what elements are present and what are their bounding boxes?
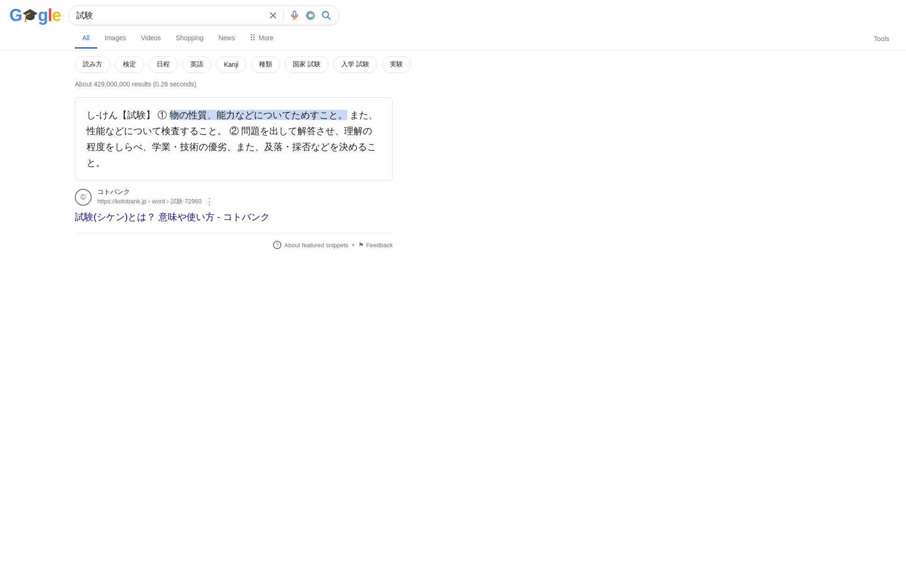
tab-all[interactable]: All [75, 29, 97, 49]
snippet-text-before: し‐けん【試験】 ① [86, 110, 170, 120]
mic-icon [289, 10, 300, 21]
tools-button[interactable]: Tools [866, 29, 897, 48]
result-title-link[interactable]: 試験(シケン)とは？ 意味や使い方 - コトバンク [75, 212, 270, 222]
clear-search-button[interactable] [268, 11, 278, 20]
tab-more[interactable]: ⠿ More [242, 27, 281, 50]
source-url-row: https://kotobank.jp › word › 試験-72960 ⋮ [97, 196, 214, 207]
more-dots-icon: ⠿ [250, 33, 256, 43]
logo-g2: g [38, 6, 48, 25]
voice-search-button[interactable] [289, 10, 300, 21]
chip-shurui[interactable]: 種類 [251, 56, 280, 73]
about-snippets-label: About featured snippets [284, 242, 348, 249]
suggestion-chips: 読み方 検定 日程 英語 Kanji 種類 国家 試験 入学 試験 実験 [0, 50, 906, 79]
tab-images[interactable]: Images [97, 29, 134, 49]
lens-icon [305, 10, 316, 21]
about-snippets[interactable]: ? About featured snippets [273, 241, 348, 249]
snippet-highlighted-text: 物の性質、能力などについてためすこと。 [170, 110, 347, 120]
results-area: About 429,000,000 results (0.26 seconds)… [0, 80, 402, 257]
source-name: コトバンク [97, 188, 214, 196]
source-row: © コトバンク https://kotobank.jp › word › 試験-… [75, 188, 393, 207]
bottom-bar: ? About featured snippets • ⚑ Feedback [75, 233, 393, 257]
google-lens-button[interactable] [305, 10, 316, 21]
logo-e: e [52, 6, 61, 25]
chip-nittei[interactable]: 日程 [149, 56, 178, 73]
chip-kentei[interactable]: 検定 [115, 56, 144, 73]
logo-l: l [48, 6, 52, 25]
chip-eigo[interactable]: 英語 [182, 56, 211, 73]
feedback-label: Feedback [366, 242, 393, 249]
tab-shopping[interactable]: Shopping [168, 29, 211, 49]
logo-g: G [9, 6, 22, 25]
tab-news[interactable]: News [211, 29, 242, 49]
header: G 🎓 g l e 試験 [0, 0, 906, 25]
svg-line-5 [328, 17, 330, 19]
feedback-button[interactable]: ⚑ Feedback [358, 241, 393, 249]
google-logo[interactable]: G 🎓 g l e [9, 6, 61, 25]
source-options-button[interactable]: ⋮ [205, 196, 214, 207]
nav-tabs: All Images Videos Shopping News ⠿ More T… [0, 27, 906, 50]
source-info: コトバンク https://kotobank.jp › word › 試験-72… [97, 188, 214, 207]
search-icon [321, 10, 331, 21]
chip-jikken[interactable]: 実験 [382, 56, 411, 73]
source-icon: © [75, 189, 92, 206]
featured-snippet: し‐けん【試験】 ① 物の性質、能力などについてためすこと。 また、性能などにつ… [75, 97, 393, 180]
chip-nyugaku-shiken[interactable]: 入学 試験 [333, 56, 377, 73]
feedback-icon: ⚑ [358, 241, 364, 249]
close-icon [268, 11, 278, 20]
results-count: About 429,000,000 results (0.26 seconds) [75, 80, 393, 88]
tab-videos[interactable]: Videos [133, 29, 168, 49]
chip-yomikata[interactable]: 読み方 [75, 56, 110, 73]
logo-owl-icon: 🎓 [22, 9, 38, 22]
dot-separator: • [352, 242, 354, 249]
source-url: https://kotobank.jp › word › 試験-72960 [97, 197, 201, 206]
search-bar-icons [268, 10, 331, 21]
search-divider [283, 10, 284, 21]
search-submit-button[interactable] [321, 10, 331, 21]
chip-kanji[interactable]: Kanji [216, 57, 246, 72]
search-query-text: 試験 [76, 10, 264, 21]
search-bar: 試験 [68, 6, 339, 25]
chip-kokka-shiken[interactable]: 国家 試験 [285, 56, 329, 73]
svg-rect-0 [293, 11, 296, 16]
help-icon: ? [273, 241, 281, 249]
logo-owl-area: 🎓 [22, 9, 38, 22]
